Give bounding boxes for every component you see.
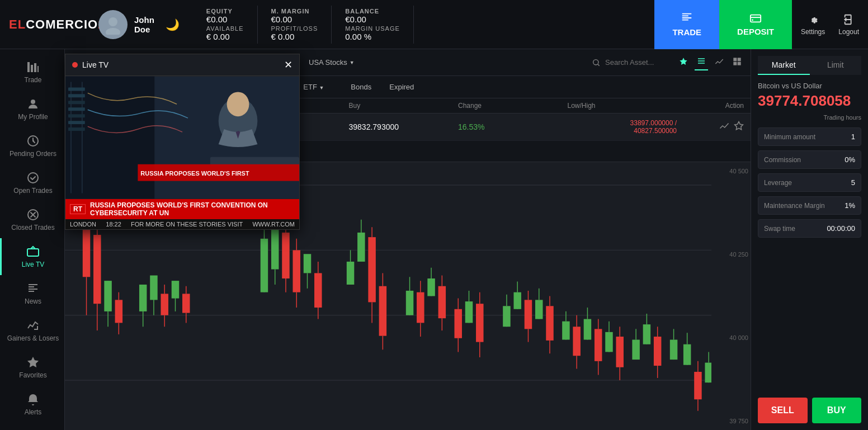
svg-rect-57 [150,276,157,300]
search-input[interactable] [605,58,672,67]
live-tv-close-button[interactable]: ✕ [284,59,293,71]
filter-usa-stocks[interactable]: USA Stocks ▼ [304,56,359,69]
svg-rect-90 [357,233,365,262]
sidebar-item-trade[interactable]: Trade [0,54,64,91]
tab-market[interactable]: Market [758,56,810,75]
sidebar-item-gainers-losers[interactable]: Gainers & Losers [0,312,64,349]
maintenance-margin-field: Maintenance Margin 1% [758,196,861,215]
svg-rect-84 [314,273,322,308]
svg-text:RUSSIA PROPOSES WORLD'S FIRST: RUSSIA PROPOSES WORLD'S FIRST [140,170,249,177]
available-label: AVAILABLE [206,25,244,32]
deposit-button[interactable]: DEPOSIT [719,0,792,49]
margin-usage-label: MARGIN USAGE [345,25,400,32]
price-axis: 40 500 40 250 40 000 39 750 [711,162,751,430]
sidebar-item-news[interactable]: News [0,275,64,312]
svg-rect-123 [513,292,521,309]
asset-name: Bitcoin vs US Dollar [758,82,861,90]
price-tick-2: 40 250 [714,251,748,258]
chart-view-icon[interactable] [713,54,726,70]
svg-rect-178 [68,94,85,97]
sidebar-item-favorites[interactable]: Favorites [0,349,64,386]
balance-metric: BALANCE €0.00 MARGIN USAGE 0.00 % [332,6,414,44]
theme-toggle-icon[interactable]: 🌙 [166,18,180,31]
svg-rect-48 [104,281,111,311]
svg-rect-179 [68,101,85,104]
minimum-amount-field[interactable]: Minimum amount 1 [758,127,861,146]
live-tv-overlay: Live TV ✕ [65,54,300,230]
svg-rect-111 [454,309,461,338]
avatar [98,10,128,39]
svg-rect-20 [738,62,741,65]
leverage-field[interactable]: Leverage 5 [758,173,861,192]
sidebar-item-closed-trades[interactable]: Closed Trades [0,201,64,238]
svg-rect-72 [271,227,279,269]
settings-button[interactable]: Settings [801,13,825,36]
svg-rect-159 [654,337,661,366]
list-view-icon[interactable] [695,54,708,70]
filter-etf[interactable]: ETF ▼ [299,81,328,93]
price-tick-1: 40 500 [714,168,748,174]
star-action-icon[interactable] [734,121,744,133]
search-area [592,54,744,70]
filter-bonds[interactable]: Bonds [346,81,376,93]
svg-rect-188 [210,157,299,166]
chart-action-icon[interactable] [719,121,729,133]
svg-rect-18 [738,58,741,61]
swap-time-label: Swap time [764,225,795,233]
svg-rect-75 [282,233,289,278]
action-icons [677,121,744,133]
ticker-time: 18:22 [106,221,121,228]
margin-metric: M. MARGIN €0.00 PROFIT/LOSS € 0.00 [258,6,332,44]
commission-field: Commission 0% [758,150,861,169]
logout-button[interactable]: Logout [838,13,859,36]
equity-metric: EQUITY €0.00 AVAILABLE € 0.00 [193,6,258,44]
buy-button[interactable]: BUY [812,398,862,423]
svg-rect-132 [546,306,553,341]
svg-rect-51 [115,300,122,323]
svg-rect-120 [503,306,510,327]
rt-logo: RT [70,204,86,214]
svg-rect-147 [605,332,612,352]
user-surname: Doe [134,25,154,34]
pnl-label: PROFIT/LOSS [271,25,318,32]
current-price: 39774.708058 [758,92,861,110]
sidebar-item-open-trades[interactable]: Open Trades [0,164,64,201]
live-tv-content: RUSSIA PROPOSES WORLD'S FIRST [65,76,299,199]
view-icons [677,54,744,70]
svg-rect-156 [643,324,650,344]
svg-rect-2 [751,15,761,22]
grid-view-icon[interactable] [730,54,744,70]
svg-rect-135 [562,322,569,340]
trade-button[interactable]: TRADE [654,0,719,49]
svg-rect-63 [172,281,179,298]
ticker-website: WWW.RT.COM [252,221,295,228]
equity-value: €0.00 [206,15,244,24]
svg-point-0 [108,17,117,26]
sell-button[interactable]: SELL [758,398,808,423]
sell-buy-buttons: SELL BUY [758,398,861,423]
news-ticker: LONDON 18:22 FOR MORE ON THESE STORIES V… [65,219,299,229]
favorites-view-icon[interactable] [677,54,690,70]
svg-rect-4 [27,62,30,72]
svg-rect-165 [683,344,691,365]
filter-expired[interactable]: Expired [385,81,418,93]
ticker-text: FOR MORE ON THESE STORIES VISIT [131,221,243,228]
sidebar: Trade My Profile Pending Orders Open Tra… [0,49,65,430]
svg-rect-114 [465,301,473,323]
sidebar-item-my-profile[interactable]: My Profile [0,91,64,127]
col-action: Action [677,102,744,110]
sidebar-item-alerts[interactable]: Alerts [0,386,64,423]
news-headline-bar: RT RUSSIA PROPOSES WORLD'S FIRST CONVENT… [65,199,299,219]
sidebar-item-live-tv[interactable]: Live TV [0,238,64,275]
svg-rect-153 [632,340,639,360]
commission-label: Commission [764,156,801,164]
header: ELELCOMERCIO24COMERCIO24 John Doe 🌙 EQUI… [0,0,868,49]
high-value: 40827.500000 [568,127,677,135]
svg-point-8 [31,100,35,104]
svg-rect-102 [417,292,424,323]
live-tv-indicator [72,62,78,68]
tab-limit[interactable]: Limit [810,56,862,75]
sidebar-item-pending-orders[interactable]: Pending Orders [0,127,64,164]
svg-rect-96 [379,286,386,336]
margin-value: €0.00 [271,15,318,24]
